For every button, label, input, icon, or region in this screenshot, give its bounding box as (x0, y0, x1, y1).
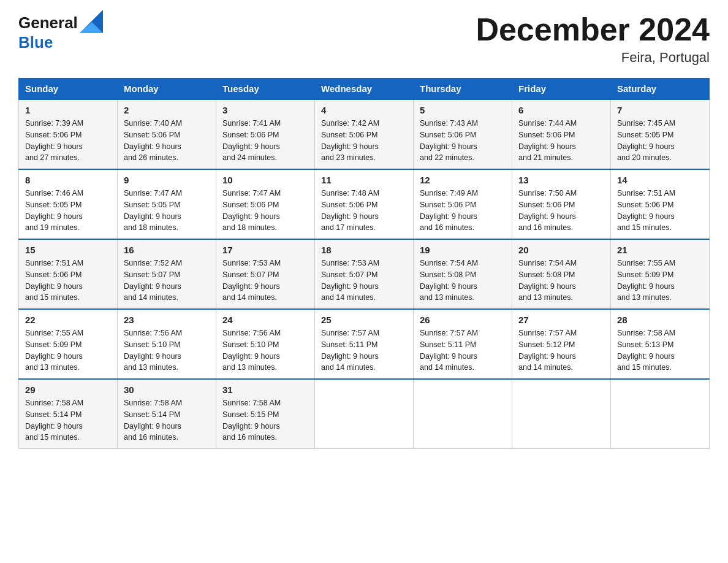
calendar-cell: 24 Sunrise: 7:56 AM Sunset: 5:10 PM Dayl… (216, 309, 315, 379)
header-wednesday: Wednesday (315, 79, 414, 100)
logo-general-text: General (18, 13, 78, 33)
day-info: Sunrise: 7:47 AM Sunset: 5:05 PM Dayligh… (124, 188, 210, 234)
day-number: 18 (321, 245, 407, 255)
calendar-header-row: SundayMondayTuesdayWednesdayThursdayFrid… (19, 79, 710, 100)
month-title: December 2024 (476, 12, 710, 47)
calendar-cell: 14 Sunrise: 7:51 AM Sunset: 5:06 PM Dayl… (611, 169, 710, 239)
day-number: 6 (518, 105, 604, 115)
day-number: 12 (420, 175, 506, 185)
week-row-1: 1 Sunrise: 7:39 AM Sunset: 5:06 PM Dayli… (19, 99, 710, 169)
day-number: 7 (617, 105, 703, 115)
day-info: Sunrise: 7:52 AM Sunset: 5:07 PM Dayligh… (124, 258, 210, 304)
day-number: 31 (222, 385, 308, 395)
day-number: 9 (124, 175, 210, 185)
calendar-cell (315, 379, 414, 449)
day-number: 23 (124, 315, 210, 325)
day-number: 19 (420, 245, 506, 255)
page-header: General Blue December 2024 Feira, Portug… (18, 12, 710, 66)
calendar-cell: 28 Sunrise: 7:58 AM Sunset: 5:13 PM Dayl… (611, 309, 710, 379)
day-info: Sunrise: 7:58 AM Sunset: 5:14 PM Dayligh… (25, 397, 111, 443)
day-info: Sunrise: 7:57 AM Sunset: 5:12 PM Dayligh… (518, 327, 604, 373)
day-info: Sunrise: 7:54 AM Sunset: 5:08 PM Dayligh… (420, 258, 506, 304)
calendar-cell: 12 Sunrise: 7:49 AM Sunset: 5:06 PM Dayl… (414, 169, 512, 239)
day-info: Sunrise: 7:53 AM Sunset: 5:07 PM Dayligh… (222, 258, 308, 304)
header-monday: Monday (118, 79, 216, 100)
week-row-2: 8 Sunrise: 7:46 AM Sunset: 5:05 PM Dayli… (19, 169, 710, 239)
day-info: Sunrise: 7:43 AM Sunset: 5:06 PM Dayligh… (420, 118, 506, 164)
day-info: Sunrise: 7:58 AM Sunset: 5:15 PM Dayligh… (222, 397, 308, 443)
week-row-4: 22 Sunrise: 7:55 AM Sunset: 5:09 PM Dayl… (19, 309, 710, 379)
day-info: Sunrise: 7:57 AM Sunset: 5:11 PM Dayligh… (321, 327, 407, 373)
day-number: 26 (420, 315, 506, 325)
day-number: 11 (321, 175, 407, 185)
day-info: Sunrise: 7:44 AM Sunset: 5:06 PM Dayligh… (518, 118, 604, 164)
day-number: 17 (222, 245, 308, 255)
calendar-cell: 29 Sunrise: 7:58 AM Sunset: 5:14 PM Dayl… (19, 379, 118, 449)
day-info: Sunrise: 7:56 AM Sunset: 5:10 PM Dayligh… (124, 327, 210, 373)
week-row-5: 29 Sunrise: 7:58 AM Sunset: 5:14 PM Dayl… (19, 379, 710, 449)
day-info: Sunrise: 7:41 AM Sunset: 5:06 PM Dayligh… (222, 118, 308, 164)
calendar-cell: 22 Sunrise: 7:55 AM Sunset: 5:09 PM Dayl… (19, 309, 118, 379)
calendar-cell: 16 Sunrise: 7:52 AM Sunset: 5:07 PM Dayl… (118, 239, 216, 309)
day-number: 20 (518, 245, 604, 255)
calendar-cell: 9 Sunrise: 7:47 AM Sunset: 5:05 PM Dayli… (118, 169, 216, 239)
calendar-table: SundayMondayTuesdayWednesdayThursdayFrid… (18, 78, 710, 449)
day-number: 15 (25, 245, 111, 255)
title-area: December 2024 Feira, Portugal (476, 12, 710, 66)
day-number: 30 (124, 385, 210, 395)
week-row-3: 15 Sunrise: 7:51 AM Sunset: 5:06 PM Dayl… (19, 239, 710, 309)
calendar-cell: 8 Sunrise: 7:46 AM Sunset: 5:05 PM Dayli… (19, 169, 118, 239)
day-number: 13 (518, 175, 604, 185)
calendar-cell: 31 Sunrise: 7:58 AM Sunset: 5:15 PM Dayl… (216, 379, 315, 449)
logo: General Blue (18, 12, 103, 52)
header-sunday: Sunday (19, 79, 118, 100)
day-number: 27 (518, 315, 604, 325)
calendar-cell: 20 Sunrise: 7:54 AM Sunset: 5:08 PM Dayl… (512, 239, 611, 309)
day-number: 5 (420, 105, 506, 115)
calendar-cell: 11 Sunrise: 7:48 AM Sunset: 5:06 PM Dayl… (315, 169, 414, 239)
calendar-cell: 5 Sunrise: 7:43 AM Sunset: 5:06 PM Dayli… (414, 99, 512, 169)
day-number: 2 (124, 105, 210, 115)
header-saturday: Saturday (611, 79, 710, 100)
calendar-cell: 13 Sunrise: 7:50 AM Sunset: 5:06 PM Dayl… (512, 169, 611, 239)
day-info: Sunrise: 7:58 AM Sunset: 5:14 PM Dayligh… (124, 397, 210, 443)
calendar-cell: 30 Sunrise: 7:58 AM Sunset: 5:14 PM Dayl… (118, 379, 216, 449)
day-number: 24 (222, 315, 308, 325)
calendar-cell: 15 Sunrise: 7:51 AM Sunset: 5:06 PM Dayl… (19, 239, 118, 309)
calendar-cell: 17 Sunrise: 7:53 AM Sunset: 5:07 PM Dayl… (216, 239, 315, 309)
calendar-cell (512, 379, 611, 449)
day-info: Sunrise: 7:49 AM Sunset: 5:06 PM Dayligh… (420, 188, 506, 234)
day-number: 28 (617, 315, 703, 325)
calendar-cell: 7 Sunrise: 7:45 AM Sunset: 5:05 PM Dayli… (611, 99, 710, 169)
day-info: Sunrise: 7:51 AM Sunset: 5:06 PM Dayligh… (25, 258, 111, 304)
day-info: Sunrise: 7:55 AM Sunset: 5:09 PM Dayligh… (25, 327, 111, 373)
day-info: Sunrise: 7:58 AM Sunset: 5:13 PM Dayligh… (617, 327, 703, 373)
day-info: Sunrise: 7:48 AM Sunset: 5:06 PM Dayligh… (321, 188, 407, 234)
day-number: 1 (25, 105, 111, 115)
logo-blue-text: Blue (18, 33, 53, 52)
day-number: 10 (222, 175, 308, 185)
calendar-cell: 6 Sunrise: 7:44 AM Sunset: 5:06 PM Dayli… (512, 99, 611, 169)
calendar-cell: 1 Sunrise: 7:39 AM Sunset: 5:06 PM Dayli… (19, 99, 118, 169)
day-number: 21 (617, 245, 703, 255)
day-number: 22 (25, 315, 111, 325)
calendar-cell (611, 379, 710, 449)
header-friday: Friday (512, 79, 611, 100)
calendar-cell: 25 Sunrise: 7:57 AM Sunset: 5:11 PM Dayl… (315, 309, 414, 379)
calendar-cell: 23 Sunrise: 7:56 AM Sunset: 5:10 PM Dayl… (118, 309, 216, 379)
header-thursday: Thursday (414, 79, 512, 100)
day-info: Sunrise: 7:42 AM Sunset: 5:06 PM Dayligh… (321, 118, 407, 164)
calendar-cell: 18 Sunrise: 7:53 AM Sunset: 5:07 PM Dayl… (315, 239, 414, 309)
calendar-cell: 4 Sunrise: 7:42 AM Sunset: 5:06 PM Dayli… (315, 99, 414, 169)
day-number: 14 (617, 175, 703, 185)
day-info: Sunrise: 7:57 AM Sunset: 5:11 PM Dayligh… (420, 327, 506, 373)
day-info: Sunrise: 7:39 AM Sunset: 5:06 PM Dayligh… (25, 118, 111, 164)
day-number: 8 (25, 175, 111, 185)
day-info: Sunrise: 7:53 AM Sunset: 5:07 PM Dayligh… (321, 258, 407, 304)
day-number: 3 (222, 105, 308, 115)
day-info: Sunrise: 7:40 AM Sunset: 5:06 PM Dayligh… (124, 118, 210, 164)
day-info: Sunrise: 7:50 AM Sunset: 5:06 PM Dayligh… (518, 188, 604, 234)
day-info: Sunrise: 7:56 AM Sunset: 5:10 PM Dayligh… (222, 327, 308, 373)
day-info: Sunrise: 7:47 AM Sunset: 5:06 PM Dayligh… (222, 188, 308, 234)
day-number: 29 (25, 385, 111, 395)
